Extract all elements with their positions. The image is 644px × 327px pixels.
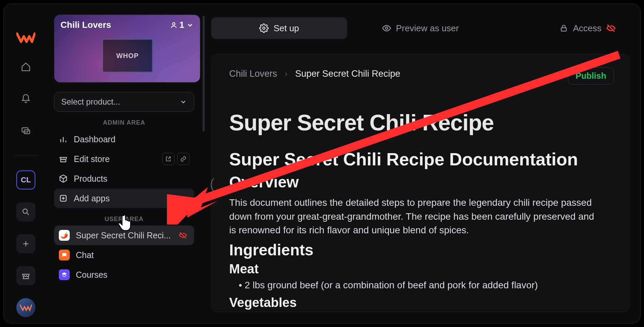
workspace-badge-text: CL [21,176,31,184]
rail-search-button[interactable] [16,202,35,221]
courses-app-icon [59,269,70,280]
main-panel: Set up Preview as user Access Chili Love… [211,17,629,316]
doc-subheading: Overview [229,173,611,191]
home-icon[interactable] [16,57,35,76]
sidebar-scrollbar[interactable] [203,16,205,131]
svg-point-3 [172,22,175,25]
plus-square-icon [59,194,68,203]
bell-icon[interactable] [16,89,35,108]
gear-icon [259,23,269,33]
breadcrumb: Chili Lovers › Super Secret Chili Recipe [229,69,611,79]
sidebar-item-chat[interactable]: Chat [54,245,194,265]
user-area-label: USER AREA [54,216,194,223]
sidebar-item-products[interactable]: Products [54,169,194,188]
store-icon [59,155,68,163]
sidebar-item-label: Dashboard [74,134,115,144]
svg-rect-7 [561,28,566,31]
svg-point-2 [23,209,27,213]
sidebar-item-label: Add apps [74,194,110,203]
breadcrumb-root[interactable]: Chili Lovers [229,69,277,79]
copy-link-button[interactable] [177,153,189,165]
user-avatar[interactable] [16,298,35,317]
preview-button[interactable]: Preview as user [351,17,490,39]
cube-icon [59,174,68,183]
access-button[interactable]: Access [493,17,629,39]
doc-heading: Super Secret Chili Recipe Documentation [229,149,611,169]
svg-point-6 [385,27,388,30]
sidebar-item-label: Courses [76,270,107,280]
sidebar-item-courses[interactable]: Courses [54,265,194,285]
doc-paragraph: This document outlines the detailed step… [229,196,596,237]
workspace-hero-image: WHOP [102,39,153,73]
person-icon [170,21,177,29]
doc-subheading: Vegetables [229,295,611,310]
workspace-badge[interactable]: CL [16,170,35,189]
top-bar: Set up Preview as user Access [211,17,629,39]
hidden-icon [606,23,616,33]
document-panel: Chili Lovers › Super Secret Chili Recipe… [211,54,629,312]
rail-divider [14,155,38,156]
eye-icon [382,23,391,33]
rail-add-button[interactable] [16,234,35,253]
sidebar-item-add-apps[interactable]: Add apps [54,188,194,208]
lock-icon [559,24,568,33]
sidebar-item-dashboard[interactable]: Dashboard [54,129,194,149]
chili-app-icon: 🌶️ [59,230,70,241]
chat-app-icon [59,250,70,260]
setup-button[interactable]: Set up [211,17,347,39]
workspace-name: Chili Lovers [61,20,111,30]
hidden-icon [179,231,187,239]
sidebar-item-label: Products [74,174,107,184]
sidebar-item-label: Edit store [74,154,110,164]
divider [54,123,194,123]
whop-logo-icon[interactable] [16,31,35,44]
external-link-icon [165,156,171,162]
product-select-label: Select product... [61,97,120,107]
workspace-members[interactable]: 1 [170,20,194,30]
chevron-right-icon: › [285,69,288,79]
left-rail: CL [4,4,48,323]
product-select[interactable]: Select product... [54,92,194,112]
sidebar-item-label: Super Secret Chili Reci... [76,231,171,240]
sidebar: Chili Lovers 1 WHOP Select product... AD… [54,15,204,317]
sidebar-item-edit-store[interactable]: Edit store [54,149,194,169]
publish-label: Publish [576,71,606,80]
doc-subheading: Ingredients [229,241,611,259]
sidebar-item-recipe[interactable]: 🌶️ Super Secret Chili Reci... [54,225,194,245]
link-icon [180,156,186,162]
sidebar-item-label: Chat [76,250,94,260]
app-window: CL Chili Lovers 1 WHOP Select product... [3,3,641,324]
preview-label: Preview as user [396,23,459,34]
doc-subheading: Meat [229,262,611,276]
chat-icon[interactable] [16,121,35,140]
svg-point-5 [263,27,265,30]
chevron-down-icon [186,21,194,29]
publish-button[interactable]: Publish [568,67,614,85]
workspace-card[interactable]: Chili Lovers 1 WHOP [54,15,200,83]
bar-chart-icon [59,135,68,144]
setup-label: Set up [273,23,299,34]
collapse-sidebar-handle[interactable]: ( [208,174,217,194]
member-count: 1 [180,20,184,30]
open-external-button[interactable] [162,153,174,165]
breadcrumb-current: Super Secret Chili Recipe [295,69,400,79]
chevron-down-icon [180,98,187,106]
page-title: Super Secret Chili Recipe [229,110,611,135]
list-item: 2 lbs ground beef (or a combination of b… [229,280,611,291]
access-label: Access [573,23,601,34]
rail-store-button[interactable] [16,266,35,285]
